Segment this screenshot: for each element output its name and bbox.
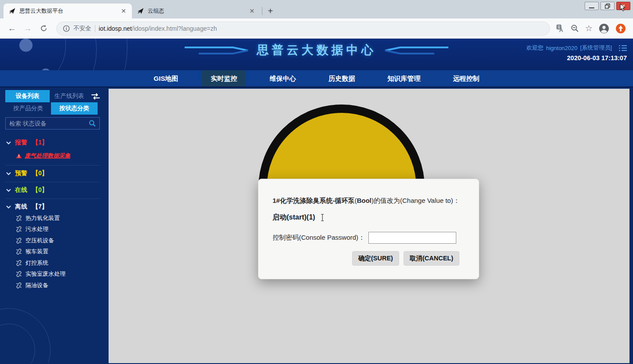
device-search-box (5, 117, 100, 130)
chevron-down-icon (6, 141, 11, 144)
chevron-down-icon (6, 172, 11, 175)
tab-close-icon[interactable]: ✕ (248, 7, 256, 15)
app-title: 思普云大数据中心 (257, 42, 376, 58)
warning-count: 【0】 (32, 169, 48, 177)
device-label: 空压机设备 (25, 237, 54, 245)
nav-realtime-monitor[interactable]: 实时监控 (202, 70, 246, 86)
tab-by-status[interactable]: 按状态分类 (51, 102, 98, 115)
search-icon[interactable] (89, 120, 96, 127)
title-decor-left (184, 44, 251, 56)
nav-history-data[interactable]: 历史数据 (320, 70, 364, 86)
dialog-buttons: 确定(SURE) 取消(CANCEL) (273, 251, 465, 266)
dialog-new-value: 启动(start)(1) (273, 213, 465, 222)
security-label[interactable]: 不安全 (73, 25, 91, 32)
bookmark-star-icon[interactable]: ☆ (585, 24, 593, 32)
swap-icon[interactable] (91, 93, 100, 100)
profile-avatar[interactable] (599, 23, 609, 34)
new-tab-button[interactable]: + (264, 5, 276, 17)
sure-button[interactable]: 确定(SURE) (352, 251, 399, 266)
offline-label: 离线 (15, 203, 27, 211)
classify-tabs: 按产品分类 按状态分类 (5, 102, 100, 115)
offline-device-list: 热力氧化装置 污水处理 空压机设备 猴车装置 (6, 213, 99, 291)
tab-by-product[interactable]: 按产品分类 (5, 102, 51, 115)
warning-label: 预警 (15, 169, 27, 177)
device-label: 污水处理 (25, 225, 48, 233)
tab-production-line-list[interactable]: 生产线列表 (50, 90, 89, 102)
nav-remote-control[interactable]: 远程控制 (444, 70, 488, 86)
close-button[interactable]: × (616, 2, 630, 10)
restore-button[interactable] (600, 2, 615, 10)
tree-node-offline[interactable]: 离线 【7】 (6, 203, 99, 211)
reload-button[interactable] (37, 22, 50, 35)
translate-icon[interactable] (556, 24, 564, 32)
toolbar-actions: ☆ (556, 23, 628, 34)
search-input[interactable] (9, 120, 89, 127)
site-favicon (9, 7, 16, 14)
nav-gis-map[interactable]: GIS地图 (145, 70, 187, 86)
device-monkey-car[interactable]: 猴车装置 (16, 246, 99, 258)
device-lab-wastewater[interactable]: 实验室废水处理 (16, 269, 99, 280)
url-host: iot.idosp.net (99, 25, 132, 32)
info-icon[interactable] (63, 25, 70, 32)
welcome-bar: 欢迎您 hignton2020 [系统管理员] (526, 44, 627, 52)
dialog-message: 1#化学洗涤除臭系统-循环泵(Bool)的值改为(Change Value to… (273, 196, 465, 206)
dialog-value-type: Bool (357, 197, 371, 204)
device-thermal-oxidation[interactable]: 热力氧化装置 (16, 213, 99, 224)
app-body: 设备列表 生产线列表 按产品分类 按状态分类 (0, 87, 633, 363)
device-label: 实验室废水处理 (25, 270, 65, 278)
device-waste-gas[interactable]: 废气处理数据采集 (16, 152, 99, 160)
tab-title: 思普云大数据平台 (19, 7, 120, 15)
device-label: 热力氧化装置 (25, 214, 60, 222)
back-button[interactable]: ← (5, 22, 18, 35)
text-cursor (320, 214, 324, 221)
dialog-device-name: 1#化学洗涤除臭系统-循环泵 (273, 197, 355, 204)
user-role: [系统管理员] (580, 44, 612, 52)
tree-node-alarm[interactable]: 报警 【1】 (6, 139, 99, 147)
device-oil-separator[interactable]: 隔油设备 (16, 280, 99, 291)
username[interactable]: hignton2020 (546, 45, 578, 51)
forward-button[interactable]: → (21, 22, 34, 35)
menu-list-icon[interactable] (619, 45, 627, 51)
dialog-value-text: 启动(start)(1) (273, 213, 315, 222)
site-favicon (137, 7, 144, 14)
device-light-control[interactable]: 灯控系统 (16, 257, 99, 269)
minimize-icon (589, 7, 594, 8)
broken-link-icon (16, 226, 22, 232)
url-text[interactable]: iot.idosp.net/idosp/index.html?language=… (99, 25, 217, 32)
zoom-out-icon[interactable] (571, 24, 579, 32)
device-label: 废气处理数据采集 (25, 152, 70, 160)
nav-knowledge-base[interactable]: 知识库管理 (378, 70, 429, 86)
welcome-prefix: 欢迎您 (526, 44, 543, 52)
console-password-input[interactable] (368, 232, 456, 244)
app-header: 思普云大数据中心 欢迎您 hignton2020 [系统管理员] 2020-06… (0, 39, 633, 70)
decor-orbit (0, 308, 51, 363)
browser-titlebar: 思普云大数据平台 ✕ 云组态 ✕ + × (0, 0, 633, 18)
tree-node-warning[interactable]: 预警 【0】 (6, 169, 99, 177)
browser-toolbar: ← → 不安全 iot.idosp.net/idosp/index.html?l… (0, 18, 633, 39)
device-sidebar: 设备列表 生产线列表 按产品分类 按状态分类 (0, 87, 104, 363)
tree-node-online[interactable]: 在线 【0】 (6, 186, 99, 194)
password-label: 控制密码(Console Password)： (273, 234, 365, 242)
status-tree: 报警 【1】 废气处理数据采集 预警 【0】 (5, 135, 100, 296)
address-bar[interactable]: 不安全 iot.idosp.net/idosp/index.html?langu… (56, 22, 550, 36)
tab-cloud-config[interactable]: 云组态 ✕ (132, 4, 260, 18)
broken-link-icon (16, 238, 22, 244)
chevron-down-icon (6, 205, 11, 209)
device-air-compressor[interactable]: 空压机设备 (16, 235, 99, 246)
window-controls: × (585, 2, 630, 10)
broken-link-icon (16, 282, 22, 288)
warning-triangle-icon (16, 153, 22, 159)
device-sewage-treatment[interactable]: 污水处理 (16, 224, 99, 235)
broken-link-icon (16, 249, 22, 255)
alarm-label: 报警 (15, 139, 27, 147)
tab-close-icon[interactable]: ✕ (120, 7, 127, 15)
tab-strip: 思普云大数据平台 ✕ 云组态 ✕ + (0, 0, 276, 18)
current-datetime: 2020-06-03 17:13:07 (567, 54, 627, 61)
minimize-button[interactable] (585, 2, 599, 10)
tab-main[interactable]: 思普云大数据平台 ✕ (4, 4, 132, 18)
nav-maintenance-center[interactable]: 维保中心 (261, 70, 305, 86)
tab-device-list[interactable]: 设备列表 (5, 90, 50, 102)
cancel-button[interactable]: 取消(CANCEL) (404, 251, 459, 266)
tree-group-alarm: 报警 【1】 废气处理数据采集 (5, 135, 100, 166)
extension-badge-icon[interactable] (615, 23, 626, 34)
